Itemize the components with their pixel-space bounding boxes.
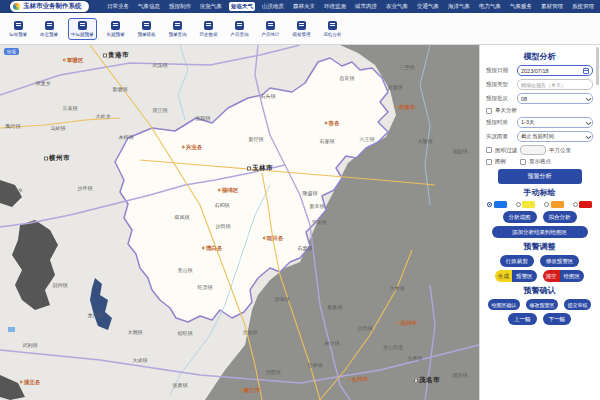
- toolbar-item-历史数据[interactable]: 历史数据: [197, 18, 221, 40]
- nav-item-城市内涝[interactable]: 城市内涝: [353, 2, 379, 11]
- document-icon: [142, 21, 151, 30]
- clear-draw-area-label: 绘图区: [560, 270, 585, 282]
- warning-analysis-button[interactable]: 预警分析: [498, 169, 582, 184]
- submit-review-button[interactable]: 提交审核: [564, 299, 591, 310]
- nav-item-森林火灾[interactable]: 森林火灾: [291, 2, 317, 11]
- sidebar-scrollbar[interactable]: [596, 47, 599, 85]
- toolbar-item-label: 预警查询: [169, 32, 187, 37]
- forecast-type-input: 精细化报告（单天）: [517, 79, 593, 90]
- top-nav: 日常业务气象信息预报制作应急气象短临天气山洪地质森林火灾环境监测城市内涝农业气象…: [105, 0, 596, 13]
- map-layer-badge[interactable]: 街道: [4, 48, 19, 55]
- nav-item-素材管理[interactable]: 素材管理: [539, 2, 565, 11]
- draw-area-confirm-button[interactable]: 绘图区确认: [488, 299, 520, 310]
- nav-item-日常业务[interactable]: 日常业务: [105, 2, 131, 11]
- color-radio-0[interactable]: [487, 201, 507, 208]
- document-icon: [297, 21, 306, 30]
- generate-warning-area-button[interactable]: 生成 预警区: [495, 270, 537, 282]
- map-canvas[interactable]: 镇龙乡武乐镇新塘镇云表镇大岭乡湛江镇洛阳镇陶圩镇马岭镇木梓镇石头镇新圩镇石寨镇三…: [0, 45, 479, 400]
- forecast-validity-select[interactable]: 1-3天: [517, 117, 593, 128]
- toolbar-item-label: 临近预警: [40, 32, 58, 37]
- nav-item-交通气象[interactable]: 交通气象: [415, 2, 441, 11]
- calendar-icon[interactable]: [583, 68, 589, 74]
- color-radio-1[interactable]: [516, 201, 536, 208]
- forecast-date-label: 预报日期: [486, 67, 515, 74]
- nav-item-农业气象[interactable]: 农业气象: [384, 2, 410, 11]
- next-frame-button[interactable]: 下一幅: [543, 313, 572, 325]
- app-title-pill[interactable]: 玉林市业务制作系统: [10, 1, 89, 12]
- add-result-to-draw-area-button[interactable]: 添加分析结果到绘图区: [492, 226, 588, 238]
- color-radio-2[interactable]: [544, 201, 564, 208]
- color-radio-3[interactable]: [573, 201, 593, 208]
- color-swatch: [579, 201, 592, 208]
- color-swatch: [522, 201, 535, 208]
- nav-item-气象服务[interactable]: 气象服务: [508, 2, 534, 11]
- chevron-down-icon: [585, 133, 590, 138]
- nav-item-山洪地质[interactable]: 山洪地质: [260, 2, 286, 11]
- toolbar-item-label: 中短期预警: [71, 32, 94, 37]
- app-title: 玉林市业务制作系统: [23, 2, 82, 11]
- prev-frame-button[interactable]: 上一幅: [508, 313, 537, 325]
- area-filter-input[interactable]: [520, 145, 546, 155]
- forecast-validity-value: 1-3天: [521, 119, 534, 126]
- toolbar-item-中短期预警[interactable]: 中短期预警: [68, 18, 97, 40]
- nav-item-电力气象[interactable]: 电力气象: [477, 2, 503, 11]
- nav-item-海洋气象[interactable]: 海洋气象: [446, 2, 472, 11]
- grid-checkbox[interactable]: [520, 159, 526, 165]
- document-icon: [173, 21, 182, 30]
- live-rain-select[interactable]: 截止当前时间: [517, 131, 593, 142]
- toolbar-item-模板管理[interactable]: 模板管理: [290, 18, 314, 40]
- nav-item-预报制作[interactable]: 预报制作: [167, 2, 193, 11]
- clear-draw-area-button[interactable]: 清空 绘图区: [543, 270, 585, 282]
- red-segment: 清空: [543, 270, 560, 282]
- toolbar-item-预警查询[interactable]: 预警查询: [166, 18, 190, 40]
- color-radio-row: [487, 201, 592, 208]
- nav-item-系统管理[interactable]: 系统管理: [570, 2, 596, 11]
- document-icon: [111, 21, 120, 30]
- chevron-down-icon: [585, 95, 590, 100]
- fit-analysis-button[interactable]: 拟合分析: [543, 211, 577, 223]
- forecast-validity-label: 预报时效: [486, 119, 515, 126]
- radio-icon: [573, 202, 578, 207]
- toolbar-item-长期预警[interactable]: 长期预警: [104, 18, 128, 40]
- nav-item-环境监测[interactable]: 环境监测: [322, 2, 348, 11]
- toolbar-item-临近预警[interactable]: 临近预警: [37, 18, 61, 40]
- area-filter-checkbox[interactable]: [486, 147, 492, 153]
- toolbar-item-预警模板[interactable]: 预警模板: [135, 18, 159, 40]
- chevron-down-icon: [585, 119, 590, 124]
- modify-warning-area-button[interactable]: 修改预警区: [540, 255, 580, 267]
- toolbar-item-label: 历史数据: [200, 32, 218, 37]
- color-swatch: [551, 201, 564, 208]
- toolbar: 短临预警临近预警中短期预警长期预警预警模板预警查询历史数据产品查询产品统计模板管…: [0, 13, 600, 45]
- admin-clip-button[interactable]: 行政裁剪: [500, 255, 534, 267]
- document-icon: [328, 21, 337, 30]
- toolbar-item-label: 长期预警: [107, 32, 125, 37]
- nav-item-气象信息[interactable]: 气象信息: [136, 2, 162, 11]
- area-unit-label: 平方公里: [549, 147, 571, 154]
- forecast-date-input[interactable]: 2023/07/18: [517, 65, 593, 76]
- analysis-to-map-button[interactable]: 分析成图: [503, 211, 537, 223]
- document-icon: [45, 21, 54, 30]
- document-icon: [235, 21, 244, 30]
- map-basemap: [0, 45, 479, 400]
- toolbar-item-label: 预警模板: [138, 32, 156, 37]
- nav-item-短临天气[interactable]: 短临天气: [229, 2, 255, 11]
- forecast-batch-select[interactable]: 08: [517, 93, 593, 104]
- document-icon: [14, 21, 23, 30]
- warning-adjust-title: 预警调整: [486, 241, 593, 252]
- forecast-batch-value: 08: [521, 96, 527, 102]
- toolbar-item-label: 流程分析: [324, 32, 342, 37]
- toolbar-item-label: 模板管理: [293, 32, 311, 37]
- nav-item-应急气象[interactable]: 应急气象: [198, 2, 224, 11]
- legend-checkbox[interactable]: [486, 159, 492, 165]
- color-swatch: [494, 201, 507, 208]
- toolbar-item-产品统计[interactable]: 产品统计: [259, 18, 283, 40]
- legend-label: 图例: [495, 158, 506, 165]
- modify-warning-area-button-2[interactable]: 修改预警区: [526, 299, 558, 310]
- toolbar-item-产品查询[interactable]: 产品查询: [228, 18, 252, 40]
- toolbar-item-短临预警[interactable]: 短临预警: [6, 18, 30, 40]
- toolbar-item-流程分析[interactable]: 流程分析: [321, 18, 345, 40]
- single-day-checkbox[interactable]: [486, 108, 492, 114]
- forecast-type-label: 预报类型: [486, 81, 515, 88]
- toolbar-item-label: 短临预警: [9, 32, 27, 37]
- app-logo-icon: [13, 3, 20, 10]
